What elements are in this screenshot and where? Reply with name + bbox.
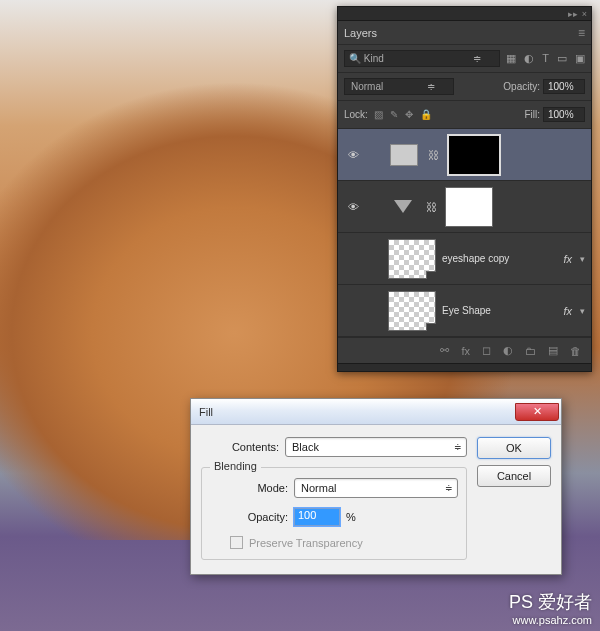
mode-value: Normal xyxy=(301,482,441,494)
filter-smart-icon[interactable]: ▣ xyxy=(575,52,585,65)
chevron-down-icon[interactable]: ▾ xyxy=(580,254,585,264)
new-group-icon[interactable]: 🗀 xyxy=(525,345,536,357)
layer-name[interactable]: eyeshape copy xyxy=(442,253,557,264)
lock-all-icon[interactable]: 🔒 xyxy=(420,109,432,120)
new-layer-icon[interactable]: ▤ xyxy=(548,344,558,357)
chevron-updown-icon: ≑ xyxy=(445,483,453,493)
watermark-url: www.psahz.com xyxy=(509,614,592,627)
panel-close-icon[interactable]: × xyxy=(582,9,587,19)
layer-name[interactable]: Eye Shape xyxy=(442,305,557,316)
close-button[interactable]: ✕ xyxy=(515,403,559,421)
opacity-input[interactable]: 100 xyxy=(294,508,340,526)
panel-tabs: Layers ≡ xyxy=(338,21,591,45)
contents-label: Contents: xyxy=(201,441,285,453)
cancel-label: Cancel xyxy=(497,470,531,482)
chevron-down-icon: ≑ xyxy=(473,53,481,64)
filter-type-icon[interactable]: T xyxy=(542,52,549,65)
fill-value: 100% xyxy=(548,109,574,120)
panel-bottom-toolbar: ⚯ fx ◻ ◐ 🗀 ▤ 🗑 xyxy=(338,337,591,363)
panel-resize-handle[interactable] xyxy=(338,363,591,371)
chevron-updown-icon: ≑ xyxy=(454,442,462,452)
dialog-body: Contents: Black ≑ Blending Mode: Normal … xyxy=(191,425,561,574)
blend-mode-value: Normal xyxy=(351,81,383,92)
opacity-label: Opacity: xyxy=(210,511,294,523)
fill-input[interactable]: 100% xyxy=(543,107,585,122)
blend-mode-select[interactable]: Normal ≑ xyxy=(344,78,454,95)
filter-kind-label: Kind xyxy=(364,53,384,64)
new-adjustment-icon[interactable]: ◐ xyxy=(503,344,513,357)
filter-pixel-icon[interactable]: ▦ xyxy=(506,52,516,65)
dialog-title: Fill xyxy=(199,406,515,418)
chevron-down-icon: ≑ xyxy=(427,81,435,92)
dialog-titlebar[interactable]: Fill ✕ xyxy=(191,399,561,425)
visibility-toggle[interactable]: 👁 xyxy=(344,201,362,213)
layer-row[interactable]: 👁 ⛓ xyxy=(338,181,591,233)
layer-row[interactable]: Eye Shape fx ▾ xyxy=(338,285,591,337)
layer-row[interactable]: eyeshape copy fx ▾ xyxy=(338,233,591,285)
lock-position-icon[interactable]: ✥ xyxy=(405,109,413,120)
contents-select[interactable]: Black ≑ xyxy=(285,437,467,457)
close-icon: ✕ xyxy=(533,405,542,418)
ok-button[interactable]: OK xyxy=(477,437,551,459)
filter-row: 🔍 Kind ≑ ▦ ◐ T ▭ ▣ xyxy=(338,45,591,73)
blend-row: Normal ≑ Opacity: 100% xyxy=(338,73,591,101)
percent-symbol: % xyxy=(346,511,356,523)
fx-indicator[interactable]: fx xyxy=(563,305,572,317)
lock-transparency-icon[interactable]: ▨ xyxy=(374,109,383,120)
preserve-transparency-row: Preserve Transparency xyxy=(230,536,458,549)
lock-label: Lock: xyxy=(344,109,368,120)
layer-mask-thumbnail[interactable] xyxy=(445,187,493,227)
mode-select[interactable]: Normal ≑ xyxy=(294,478,458,498)
opacity-value: 100% xyxy=(548,81,574,92)
filter-shape-icon[interactable]: ▭ xyxy=(557,52,567,65)
link-mask-icon[interactable]: ⛓ xyxy=(426,201,437,213)
blending-fieldset: Blending Mode: Normal ≑ Opacity: 100 % xyxy=(201,467,467,560)
fill-dialog: Fill ✕ Contents: Black ≑ Blending Mode: … xyxy=(190,398,562,575)
link-mask-icon[interactable]: ⛓ xyxy=(428,149,439,161)
fill-label: Fill: xyxy=(524,109,540,120)
layer-row[interactable]: 👁 ⛓ xyxy=(338,129,591,181)
group-toggle-icon[interactable] xyxy=(394,200,412,213)
watermark-main: PS 爱好者 xyxy=(509,592,592,612)
filter-kind-select[interactable]: 🔍 Kind ≑ xyxy=(344,50,500,67)
blending-legend: Blending xyxy=(210,460,261,472)
cancel-button[interactable]: Cancel xyxy=(477,465,551,487)
opacity-label: Opacity: xyxy=(503,81,540,92)
layers-panel: ▸▸ × Layers ≡ 🔍 Kind ≑ ▦ ◐ T ▭ ▣ Normal … xyxy=(337,6,592,372)
layer-thumbnail[interactable] xyxy=(388,239,436,279)
layer-mask-thumbnail[interactable] xyxy=(447,134,501,176)
panel-topbar: ▸▸ × xyxy=(338,7,591,21)
watermark: PS 爱好者 www.psahz.com xyxy=(509,592,592,627)
opacity-input[interactable]: 100% xyxy=(543,79,585,94)
collapse-icon[interactable]: ▸▸ xyxy=(568,9,578,19)
lock-row: Lock: ▨ ✎ ✥ 🔒 Fill: 100% xyxy=(338,101,591,129)
preserve-transparency-label: Preserve Transparency xyxy=(249,537,363,549)
ok-label: OK xyxy=(506,442,522,454)
fx-indicator[interactable]: fx xyxy=(563,253,572,265)
delete-layer-icon[interactable]: 🗑 xyxy=(570,345,581,357)
mode-label: Mode: xyxy=(210,482,294,494)
opacity-value: 100 xyxy=(298,509,316,521)
layer-thumbnail[interactable] xyxy=(388,291,436,331)
tab-layers[interactable]: Layers xyxy=(344,27,377,39)
search-icon: 🔍 xyxy=(349,53,361,64)
panel-menu-icon[interactable]: ≡ xyxy=(578,26,585,40)
lock-pixels-icon[interactable]: ✎ xyxy=(390,109,398,120)
adjustment-layer-icon xyxy=(390,144,418,166)
contents-value: Black xyxy=(292,441,450,453)
add-mask-icon[interactable]: ◻ xyxy=(482,344,491,357)
chevron-down-icon[interactable]: ▾ xyxy=(580,306,585,316)
visibility-toggle[interactable]: 👁 xyxy=(344,149,362,161)
link-layers-icon[interactable]: ⚯ xyxy=(440,344,449,357)
layers-list: 👁 ⛓ 👁 ⛓ eyeshape copy fx ▾ E xyxy=(338,129,591,337)
filter-adjust-icon[interactable]: ◐ xyxy=(524,52,534,65)
layer-style-icon[interactable]: fx xyxy=(461,345,470,357)
preserve-transparency-checkbox xyxy=(230,536,243,549)
filter-icons: ▦ ◐ T ▭ ▣ xyxy=(506,52,585,65)
